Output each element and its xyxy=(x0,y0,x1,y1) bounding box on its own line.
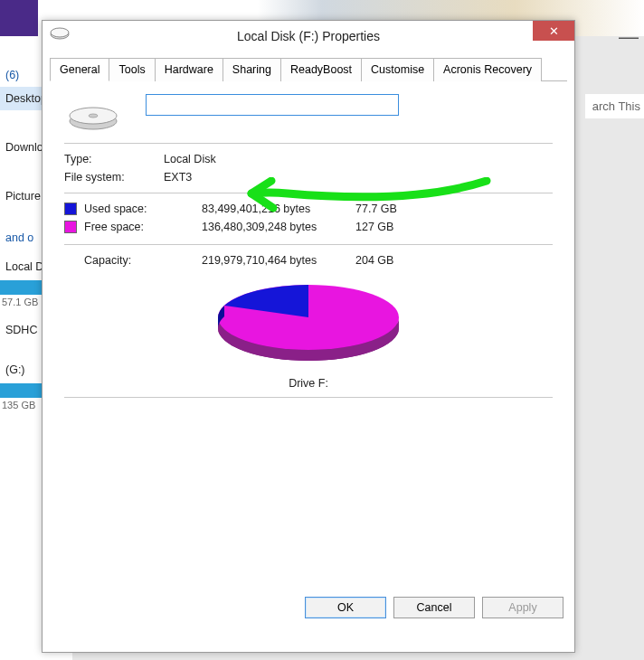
used-swatch xyxy=(64,203,77,215)
tab-acronis[interactable]: Acronis Recovery xyxy=(433,58,542,81)
general-panel: Type: Local Disk File system: EXT3 Used … xyxy=(43,81,574,588)
properties-dialog: Local Disk (F:) Properties ✕ General Too… xyxy=(42,20,575,653)
separator xyxy=(64,244,553,245)
separator xyxy=(64,143,553,144)
type-value: Local Disk xyxy=(164,153,553,165)
tab-general[interactable]: General xyxy=(50,58,109,81)
tab-hardware[interactable]: Hardware xyxy=(155,58,223,81)
capacity-bytes: 219,979,710,464 bytes xyxy=(202,254,355,267)
svg-point-4 xyxy=(89,114,98,118)
filesystem-value: EXT3 xyxy=(164,171,553,184)
separator xyxy=(64,397,553,398)
used-bytes: 83,499,401,216 bytes xyxy=(202,203,355,215)
free-label: Free space: xyxy=(84,221,202,233)
apply-button: Apply xyxy=(482,597,564,618)
minimize-icon: — xyxy=(619,25,639,49)
cancel-button[interactable]: Cancel xyxy=(393,597,475,618)
usage-pie-chart xyxy=(64,272,553,372)
button-bar: OK Cancel Apply xyxy=(43,588,574,629)
background-app-tile xyxy=(0,0,38,36)
drive-large-icon xyxy=(64,94,129,130)
ok-button[interactable]: OK xyxy=(305,597,386,618)
filesystem-label: File system: xyxy=(64,171,164,184)
separator xyxy=(64,193,553,193)
tab-readyboost[interactable]: ReadyBoost xyxy=(280,58,362,81)
tab-strip: General Tools Hardware Sharing ReadyBoos… xyxy=(50,57,567,81)
used-gb: 77.7 GB xyxy=(355,203,428,215)
type-label: Type: xyxy=(64,153,164,165)
free-swatch xyxy=(64,221,77,233)
lower-spacer xyxy=(64,407,553,580)
search-hint: arch This xyxy=(585,94,644,118)
free-bytes: 136,480,309,248 bytes xyxy=(202,221,355,233)
titlebar[interactable]: Local Disk (F:) Properties ✕ xyxy=(43,21,574,52)
capacity-label: Capacity: xyxy=(64,254,202,267)
close-button[interactable]: ✕ xyxy=(533,21,574,41)
capacity-gb: 204 GB xyxy=(355,254,428,267)
tab-tools[interactable]: Tools xyxy=(109,58,155,81)
tab-customise[interactable]: Customise xyxy=(361,58,434,81)
free-gb: 127 GB xyxy=(355,221,428,233)
volume-label-input[interactable] xyxy=(146,94,399,116)
used-label: Used space: xyxy=(84,203,202,215)
close-icon: ✕ xyxy=(549,24,559,38)
drive-name-label: Drive F: xyxy=(64,377,553,390)
window-title: Local Disk (F:) Properties xyxy=(43,29,574,43)
tab-sharing[interactable]: Sharing xyxy=(223,58,281,81)
